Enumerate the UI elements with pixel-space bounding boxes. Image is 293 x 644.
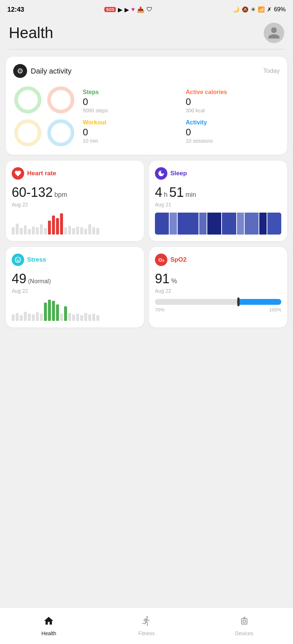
- moon-sleep-icon: [157, 170, 165, 177]
- stress-bar-4: [24, 312, 27, 321]
- bottom-navigation: Health Fitness Devices: [0, 607, 293, 644]
- hr-bar-2: [16, 224, 19, 235]
- steps-value: 0: [83, 96, 177, 108]
- hr-bar-17: [76, 226, 79, 235]
- hr-bar-1: [12, 227, 15, 235]
- stress-status: (Normal): [28, 278, 51, 284]
- stress-bar-11: [52, 301, 55, 321]
- nav-fitness-label: Fitness: [138, 630, 155, 636]
- hr-bar-15: [68, 226, 71, 235]
- daily-activity-card[interactable]: ⚙ Daily activity Today: [6, 57, 287, 155]
- sleep-seg-1: [155, 213, 169, 235]
- spo2-min-label: 70%: [155, 307, 164, 312]
- heart-icon: [14, 170, 22, 177]
- stress-bar-21: [92, 314, 95, 321]
- svg-point-2: [16, 121, 40, 145]
- sleep-seg-9: [259, 213, 266, 235]
- hr-bar-21: [92, 227, 95, 235]
- steps-ring: [13, 85, 42, 115]
- heart-rate-unit: bpm: [55, 191, 67, 198]
- status-time: 12:43: [7, 6, 24, 14]
- daily-activity-date: Today: [263, 67, 280, 75]
- calories-value: 0: [186, 96, 280, 108]
- sleep-card[interactable]: Sleep 4 h 51 min Aug 21: [149, 161, 287, 241]
- spo2-header: O₂ SpO2: [155, 254, 281, 266]
- hr-bar-14: [64, 227, 67, 235]
- sleep-seg-7: [237, 213, 244, 235]
- hr-bar-7: [36, 227, 39, 235]
- fitness-icon: [141, 615, 152, 629]
- heart-rate-date: Aug 22: [12, 202, 138, 207]
- bluetooth-icon: ✳: [251, 6, 256, 13]
- stress-bar-13: [60, 314, 63, 321]
- steps-stat: Steps 0 5000 steps: [83, 89, 177, 113]
- heart-rate-chart: [12, 213, 138, 235]
- stress-bar-2: [16, 313, 19, 321]
- sleep-seg-8: [245, 213, 259, 235]
- stress-bar-3: [20, 315, 23, 321]
- daily-activity-header: ⚙ Daily activity Today: [13, 64, 280, 78]
- workout-stat: Workout 0 10 min: [83, 119, 177, 144]
- spo2-card[interactable]: O₂ SpO2 91 % Aug 22 70% 100%: [149, 247, 287, 327]
- svg-point-3: [49, 121, 73, 145]
- sos-badge: SOS: [104, 7, 116, 12]
- download-icon: 📥: [137, 6, 144, 13]
- hr-bar-6: [32, 226, 35, 235]
- stress-icon: [12, 254, 24, 266]
- spo2-title: SpO2: [170, 256, 186, 263]
- heart-rate-value-row: 60-132 bpm: [12, 185, 138, 200]
- hr-bar-20: [88, 224, 91, 235]
- stress-card[interactable]: Stress 49 (Normal) Aug 22: [6, 247, 144, 327]
- app-header: Health: [0, 19, 293, 49]
- activity-stats-grid: Steps 0 5000 steps Active calories 0 300…: [83, 89, 280, 144]
- stress-bar-7: [36, 312, 39, 321]
- nav-health[interactable]: Health: [0, 608, 98, 644]
- stress-date: Aug 22: [12, 288, 138, 294]
- activity-rings-grid: [13, 85, 75, 147]
- nav-fitness[interactable]: Fitness: [98, 608, 196, 644]
- spo2-max-label: 100%: [269, 307, 281, 312]
- smiley-icon: [14, 256, 22, 263]
- spo2-value-row: 91 %: [155, 271, 281, 287]
- hr-bar-11: [52, 216, 55, 235]
- smartwatch-icon: [239, 615, 250, 626]
- rings-container: Steps 0 5000 steps Active calories 0 300…: [13, 85, 280, 147]
- nav-health-label: Health: [41, 630, 56, 636]
- hr-bar-16: [72, 228, 75, 235]
- youtube2-icon: ▶: [125, 6, 129, 13]
- sleep-seg-4: [199, 213, 206, 235]
- sleep-h-label: h: [164, 191, 167, 198]
- workout-ring: [13, 118, 42, 147]
- stress-bar-5: [28, 314, 31, 321]
- sleep-header: Sleep: [155, 167, 281, 180]
- calories-label: Active calories: [186, 89, 280, 96]
- sleep-hours: 4: [155, 185, 162, 200]
- spo2-bar-container: [155, 299, 281, 305]
- hr-bar-18: [80, 227, 83, 235]
- calories-ring: [46, 85, 75, 115]
- hr-bar-8: [40, 224, 43, 235]
- heart-rate-card[interactable]: Heart rate 60-132 bpm Aug 22: [6, 161, 144, 241]
- home-icon: [43, 615, 54, 629]
- activity-stat: Activity 0 10 sessions: [186, 119, 280, 144]
- hr-bar-9: [44, 228, 47, 235]
- sleep-icon: [155, 167, 167, 180]
- user-avatar[interactable]: [264, 23, 284, 43]
- stress-bar-16: [72, 314, 75, 321]
- shoe-icon: [141, 615, 152, 626]
- stress-bar-6: [32, 314, 35, 321]
- steps-label: Steps: [83, 89, 177, 96]
- sleep-seg-10: [267, 213, 281, 235]
- stress-bar-15: [68, 313, 71, 321]
- moon-icon: 🌙: [233, 6, 240, 13]
- spo2-unit: %: [171, 277, 177, 285]
- sleep-seg-6: [222, 213, 236, 235]
- sleep-seg-3: [178, 213, 199, 235]
- wifi-icon: 📶: [258, 6, 265, 13]
- stress-value: 49: [12, 271, 26, 286]
- devices-icon: [239, 615, 250, 629]
- mute-icon: 🔕: [242, 6, 249, 13]
- stress-bar-14: [64, 306, 67, 321]
- spo2-date: Aug 22: [155, 288, 281, 294]
- nav-devices[interactable]: Devices: [195, 608, 293, 644]
